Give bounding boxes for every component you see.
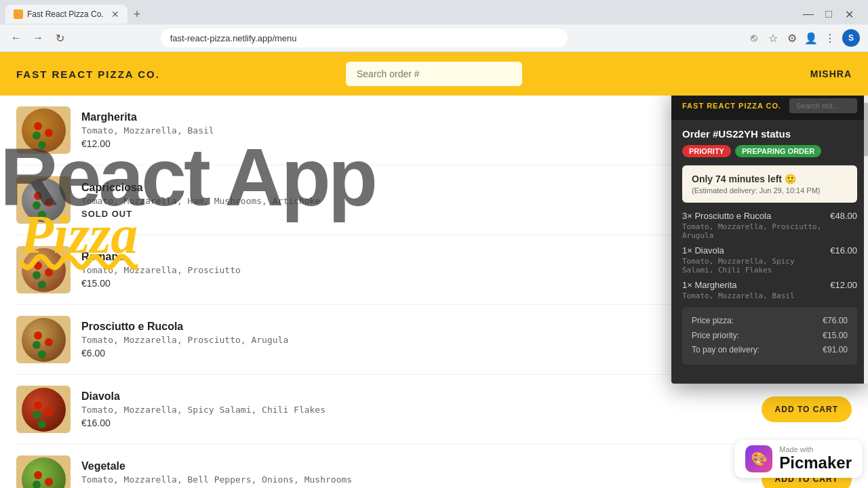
settings-icon[interactable]: ⋮ [823,31,837,45]
price-summary: Price pizza: €76.00 Price priority: €15.… [682,307,857,365]
extension-icon[interactable]: ⚙ [785,31,799,45]
item-price: €12.00 [81,138,751,149]
browser-chrome: 🍕 Fast React Pizza Co. ✕ + — □ ✕ ← → ↻ f… [0,0,868,52]
item-name: Margherita [81,111,751,123]
order-item-row: 1× Diavola Tomato, Mozzarella, Spicy Sal… [682,245,857,274]
item-details: Vegetale Tomato, Mozzarella, Bell Pepper… [81,460,751,488]
to-pay-row: To pay on delivery: €91.00 [692,343,848,358]
status-badges: PRIORITY PREPARING ORDER [682,145,857,157]
order-item-row: 1× Margherita Tomato, Mozzarella, Basil … [682,280,857,300]
made-with-text: Made with [779,445,852,453]
price-priority-row: Price priority: €15.00 [692,329,848,344]
item-name: Romana [81,251,751,263]
scrollbar-track [864,96,868,384]
item-details: Prosciutto e Rucola Tomato, Mozzarella, … [81,321,751,359]
app-logo: FAST REACT PIZZA CO. [16,68,160,80]
order-item-details: 3× Prosciutto e Rucola Tomato, Mozzarell… [682,211,830,240]
active-tab[interactable]: 🍕 Fast React Pizza Co. ✕ [5,5,127,24]
address-bar: ← → ↻ fast-react-pizza.netlify.app/menu … [0,24,868,52]
pizza-image-romana [16,246,71,293]
item-price: €6.00 [81,348,751,359]
item-ingredients: Tomato, Mozzarella, Prosciutto [81,265,751,275]
time-box: Only 74 minutes left 🙂 (Estimated delive… [682,165,857,203]
picmaker-icon: 🎨 [745,445,772,472]
url-bar[interactable]: fast-react-pizza.netlify.app/menu [161,28,568,47]
url-text: fast-react-pizza.netlify.app/menu [170,33,297,43]
browser-icons: ⎋ ☆ ⚙ 👤 ⋮ S [747,29,860,47]
price-pizza-value: €76.00 [823,314,848,329]
price-pizza-row: Price pizza: €76.00 [692,314,848,329]
item-details: Romana Tomato, Mozzarella, Prosciutto €1… [81,251,751,289]
item-price: €15.00 [81,278,751,289]
forward-button[interactable]: → [30,30,46,46]
user-name: MISHRA [810,68,852,79]
app-header: FAST REACT PIZZA CO. MISHRA [0,52,868,96]
item-name: Prosciutto e Rucola [81,321,751,333]
tab-bar: 🍕 Fast React Pizza Co. ✕ + — □ ✕ [0,0,868,24]
list-item: Diavola Tomato, Mozzarella, Spicy Salami… [16,375,852,445]
item-price: €16.00 [81,418,751,428]
list-item: Vegetale Tomato, Mozzarella, Bell Pepper… [16,445,852,488]
bookmark-icon[interactable]: ☆ [766,31,780,45]
picmaker-badge: 🎨 Made with Picmaker [734,440,863,478]
back-button[interactable]: ← [8,30,24,46]
estimated-delivery: (Estimated delivery: Jun 29, 10:14 PM) [692,186,848,195]
item-name: Diavola [81,390,751,403]
picmaker-name: Picmaker [779,453,852,472]
minimize-button[interactable]: — [800,6,816,22]
search-bar-container [346,62,522,86]
price-priority-value: €15.00 [823,329,848,344]
modal-body: Order #US22YH status PRIORITY PREPARING … [671,120,868,373]
to-pay-value: €91.00 [823,343,848,358]
user-avatar[interactable]: S [842,29,860,47]
tab-title: Fast React Pizza Co. [27,9,104,19]
order-item-price: €48.00 [830,211,857,240]
item-details: Diavola Tomato, Mozzarella, Spicy Salami… [81,390,751,428]
order-item-ingredients: Tomato, Mozzarella, Basil [682,291,795,300]
reload-button[interactable]: ↻ [52,30,68,46]
item-ingredients: Tomato, Mozzarella, Prosciutto, Arugula [81,335,751,345]
pizza-image-prosciutto [16,316,71,363]
item-ingredients: Tomato, Mozzarella, Basil [81,125,751,136]
order-item-ingredients: Tomato, Mozzarella, Prosciutto, Arugula [682,222,830,240]
share-icon[interactable]: ⎋ [747,31,761,45]
preparing-badge: PREPARING ORDER [735,145,821,157]
order-item-details: 1× Margherita Tomato, Mozzarella, Basil [682,280,795,300]
profile-icon[interactable]: 👤 [804,31,818,45]
scrollbar-thumb[interactable] [864,102,868,157]
order-item-details: 1× Diavola Tomato, Mozzarella, Spicy Sal… [682,245,830,274]
order-item-name: 3× Prosciutto e Rucola [682,211,830,221]
order-items: 3× Prosciutto e Rucola Tomato, Mozzarell… [682,211,857,300]
item-ingredients: Tomato, Mozzarella, Spicy Salami, Chili … [81,405,751,415]
order-item-name: 1× Margherita [682,280,795,290]
tab-close-button[interactable]: ✕ [111,9,119,20]
order-title: Order #US22YH status [682,128,857,140]
item-name: Vegetale [81,460,751,472]
price-pizza-label: Price pizza: [692,314,734,329]
new-tab-button[interactable]: + [127,5,146,24]
order-item-name: 1× Diavola [682,245,830,256]
to-pay-label: To pay on delivery: [692,343,760,358]
close-button[interactable]: ✕ [841,6,857,22]
pizza-image-capricciosa [16,176,71,224]
modal-search-input[interactable] [789,98,857,113]
time-left: Only 74 minutes left 🙂 [692,174,848,184]
maximize-button[interactable]: □ [821,6,837,22]
price-priority-label: Price priority: [692,329,739,344]
pizza-image-vegetale [16,455,71,488]
search-input[interactable] [346,62,522,86]
picmaker-text-block: Made with Picmaker [779,445,852,472]
modal-header: FAST REACT PIZZA CO. [671,96,868,120]
item-ingredients: Tomato, Mozzarella, Bell Peppers, Onions… [81,474,751,485]
pizza-image-margherita [16,106,71,154]
modal-logo: FAST REACT PIZZA CO. [682,102,781,110]
pizza-image-diavola [16,386,71,433]
order-item-ingredients: Tomato, Mozzarella, Spicy Salami, Chili … [682,257,830,274]
item-details: Margherita Tomato, Mozzarella, Basil €12… [81,111,751,149]
add-to-cart-button[interactable]: ADD TO CART [762,396,852,422]
main-content: React App Pizza Margherita Tomato, Mozza… [0,96,868,488]
order-item-row: 3× Prosciutto e Rucola Tomato, Mozzarell… [682,211,857,240]
order-modal: FAST REACT PIZZA CO. Order #US22YH statu… [671,96,868,384]
order-item-price: €12.00 [830,280,857,300]
priority-badge: PRIORITY [682,145,731,157]
